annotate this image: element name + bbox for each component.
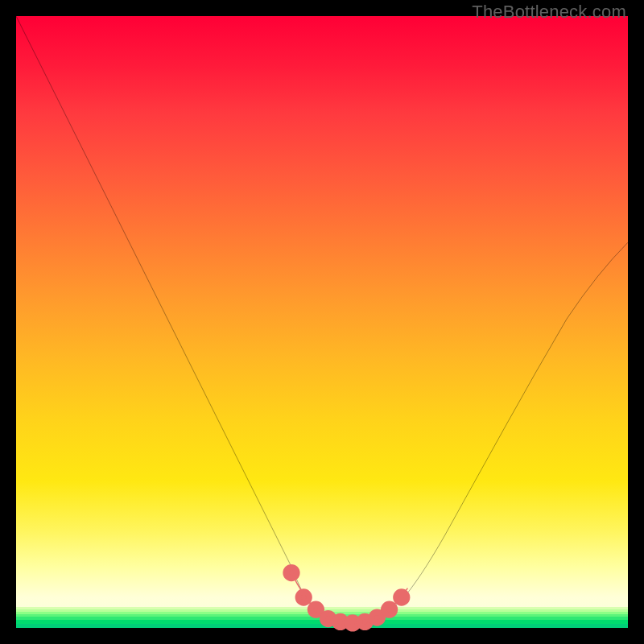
chart-frame: TheBottleneck.com	[0, 0, 644, 644]
watermark-text: TheBottleneck.com	[472, 2, 626, 23]
svg-point-8	[384, 604, 395, 615]
svg-point-1	[298, 592, 309, 603]
highlight-segment	[286, 568, 407, 629]
svg-point-7	[372, 612, 383, 623]
svg-point-2	[311, 604, 322, 615]
curve-path	[16, 16, 628, 623]
bottleneck-curve	[16, 16, 628, 628]
svg-point-0	[286, 568, 297, 579]
plot-area	[16, 16, 628, 628]
svg-point-9	[396, 592, 407, 603]
